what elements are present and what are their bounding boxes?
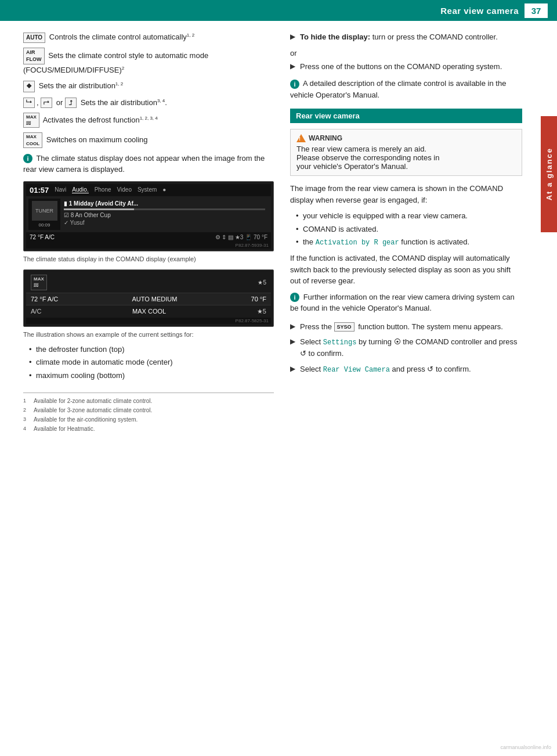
page-title: Rear view camera xyxy=(0,6,525,16)
code-rvc: Rear View Camera xyxy=(323,366,390,374)
condition-2: COMAND is activated. xyxy=(296,224,522,235)
climate-item-dist2: ⮡, ⮣ or ⮥ Sets the air distribution3, 4. xyxy=(23,97,274,109)
page-header: Rear view camera 37 xyxy=(0,0,557,21)
step-press-button: ▶ Press one of the buttons on the COMAND… xyxy=(290,61,522,73)
condition-1: your vehicle is equipped with a rear vie… xyxy=(296,210,522,222)
bullet-item-2: climate mode in automatic mode (center) xyxy=(29,357,274,368)
display-topbar: 01:57 Navi Audio. Phone Video System ● xyxy=(26,184,271,196)
conditions-list: your vehicle is equipped with a rear vie… xyxy=(290,210,522,248)
footnote-2: 2 Available for 3-zone automatic climate… xyxy=(23,406,274,415)
display-tabs: Navi Audio. Phone Video System ● xyxy=(55,186,166,193)
dm2-row2-left: 72 °F A/C xyxy=(31,296,58,303)
watermark: carmanualsonline.info xyxy=(500,744,551,750)
maxcool-text: Switches on maximum cooling xyxy=(46,135,148,144)
tab-dot: ● xyxy=(162,186,166,193)
chapter-tab-label: At a glance xyxy=(545,147,554,200)
step-select-rvc: ▶ Select Rear View Camera and press ↺ to… xyxy=(290,363,522,375)
dm2-row2: 72 °F A/C AUTO MEDIUM 70 °F xyxy=(26,293,271,305)
display1-caption: The climate status display in the COMAND… xyxy=(23,255,274,264)
rvc-intro: The image from the rear view camera is s… xyxy=(290,183,522,206)
playlist-item-3: ✓ Yusuf xyxy=(64,219,265,226)
info-icon-2: i xyxy=(290,80,299,89)
main-content: AUTO Controls the climate control automa… xyxy=(0,21,557,434)
after-conditions-text: If the function is activated, the COMAND… xyxy=(290,253,522,287)
climate-item-maxcool: MAXCOOL Switches on maximum cooling xyxy=(23,132,274,147)
step-syso-text: Press the SYSO function button. The syst… xyxy=(300,321,503,333)
dm2-row3-center: MAX COOL xyxy=(132,308,166,315)
climate-item-defrost: MAX⛆ Activates the defrost function1, 2,… xyxy=(23,113,274,128)
progress-bar-fill xyxy=(64,208,134,210)
info-note-rvc: i Further information on the rear view c… xyxy=(290,291,522,314)
syso-icon: SYSO xyxy=(334,322,355,332)
footnote-text-4: Available for Heatmatic. xyxy=(34,424,95,434)
footnote-num-1: 1 xyxy=(23,397,31,406)
dist2a-icon: ⮡ xyxy=(23,98,35,108)
footnote-3: 3 Available for the air-conditioning sys… xyxy=(23,415,274,424)
footnote-text-2: Available for 3-zone automatic climate c… xyxy=(34,406,152,415)
progress-bar-bg xyxy=(64,208,265,210)
footnote-num-2: 2 xyxy=(23,406,31,415)
step-select-settings: ▶ Select Settings by turning ⦿ the COMAN… xyxy=(290,336,522,359)
status-icons: ⚙ ⇕ ▤ ★3 📱 70 °F xyxy=(215,234,267,240)
dist2b-icon: ⮣ xyxy=(41,98,52,108)
info-icon-3: i xyxy=(290,293,299,302)
section-header-rvc: Rear view camera xyxy=(290,109,522,123)
step-press-syso: ▶ Press the SYSO function button. The sy… xyxy=(290,321,522,333)
arrow-icon-2: ▶ xyxy=(290,61,297,73)
dm2-row3-right: ★5 xyxy=(257,308,266,315)
warning-box: WARNING The rear view camera is merely a… xyxy=(290,129,522,176)
display-widget: TUNER 00:09 xyxy=(28,199,60,230)
playlist-item-2: ☑ 8 An Other Cup xyxy=(64,211,265,219)
defrost-text: Activates the defrost function1, 2, 3, 4 xyxy=(43,116,158,124)
dm2-row2-center: AUTO MEDIUM xyxy=(132,296,177,303)
step-settings-text: Select Settings by turning ⦿ the COMAND … xyxy=(300,336,522,359)
info-note-text: The climate status display does not appe… xyxy=(23,154,265,174)
footnote-1: 1 Available for 2-zone automatic climate… xyxy=(23,397,274,406)
widget-time: 00:09 xyxy=(38,222,50,228)
dm2-row1-right: ★5 xyxy=(258,279,266,286)
playlist-item-1: ▮ 1 Midday (Avoid City Af... xyxy=(64,200,265,207)
display-statusbar: 72 °F A/C ⚙ ⇕ ▤ ★3 📱 70 °F xyxy=(26,232,271,242)
widget-image: TUNER xyxy=(32,201,57,221)
display-ref-2: P82.87-5825-31 xyxy=(26,318,271,324)
auto-text: Controls the climate control automatical… xyxy=(49,33,194,41)
display-mockup-1: 01:57 Navi Audio. Phone Video System ● T… xyxy=(23,181,274,251)
warning-title: WARNING xyxy=(296,134,516,142)
airflow-text: Sets the climate control style to automa… xyxy=(23,51,208,74)
tab-system: System xyxy=(138,186,157,193)
info-icon-1: i xyxy=(23,154,32,163)
warning-line-3: your vehicle's Operator's Manual. xyxy=(296,162,516,171)
dist2c-icon: ⮥ xyxy=(65,98,77,108)
info-note-rvc-text: Further information on the rear view cam… xyxy=(290,293,515,313)
dm2-row2-right: 70 °F xyxy=(251,296,266,303)
warning-line-2: Please observe the corresponding notes i… xyxy=(296,153,516,162)
right-column: ▶ To hide the display: turn or press the… xyxy=(284,31,545,434)
dist1-icon: ❖ xyxy=(23,81,35,92)
info-note-desc-text: A detailed description of the climate co… xyxy=(290,79,506,99)
controller-icon: ⦿ xyxy=(394,338,401,346)
step-to-hide: ▶ To hide the display: turn or press the… xyxy=(290,31,522,43)
settings-list: the defroster function (top) climate mod… xyxy=(23,344,274,381)
display-mockup-2: MAX⛆ ★5 72 °F A/C AUTO MEDIUM 70 °F A/C … xyxy=(23,269,274,326)
step-press-text: Press one of the buttons on the COMAND o… xyxy=(300,61,502,73)
arrow-icon-1: ▶ xyxy=(290,31,297,43)
airflow-icon: AIRFLOW xyxy=(23,48,45,64)
dm2-row3: A/C MAX COOL ★5 xyxy=(26,305,271,318)
dist1-text: Sets the air distribution1, 2 xyxy=(39,81,124,90)
arrow-icon-5: ▶ xyxy=(290,363,297,375)
bullet-item-1: the defroster function (top) xyxy=(29,344,274,355)
maxcool-icon: MAXCOOL xyxy=(23,132,42,147)
display2-caption: The illustration shows an example of the… xyxy=(23,330,274,339)
code-settings: Settings xyxy=(323,339,357,347)
bullet-item-3: maximum cooling (bottom) xyxy=(29,370,274,381)
step-rvc-text: Select Rear View Camera and press ↺ to c… xyxy=(300,363,471,375)
info-note-climate: i The climate status display does not ap… xyxy=(23,153,274,175)
footnotes: 1 Available for 2-zone automatic climate… xyxy=(23,393,274,434)
climate-item-airflow: AIRFLOW Sets the climate control style t… xyxy=(23,48,274,76)
dm2-row3-left: A/C xyxy=(31,308,41,315)
page-number: 37 xyxy=(525,3,548,18)
arrow-icon-3: ▶ xyxy=(290,321,297,333)
left-column: AUTO Controls the climate control automa… xyxy=(0,31,284,434)
dm2-row1-icon: MAX⛆ xyxy=(31,275,47,290)
step-hide-text: To hide the display: turn or press the C… xyxy=(300,31,498,43)
